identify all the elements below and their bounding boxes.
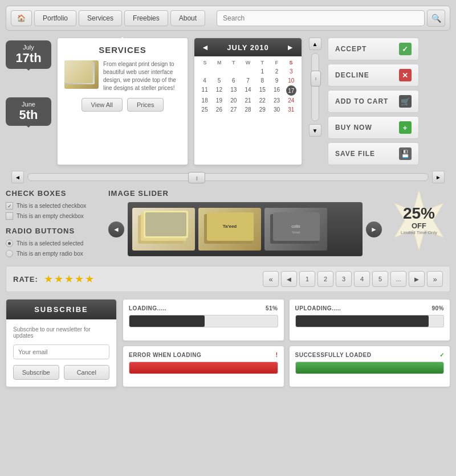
- cal-day-29[interactable]: 29: [255, 105, 269, 114]
- loading-bar-uploading: UPLOADING..... 90%: [289, 299, 451, 341]
- add-to-cart-button[interactable]: ADD TO CART 🛒: [328, 90, 419, 113]
- radio-1[interactable]: [6, 240, 13, 247]
- accept-label: ACCEPT: [335, 45, 367, 53]
- cal-day-9[interactable]: 9: [270, 76, 283, 85]
- cal-day-8[interactable]: 8: [255, 76, 269, 85]
- star-3[interactable]: ★: [64, 273, 74, 285]
- cancel-subscribe-button[interactable]: Cancel: [64, 365, 110, 380]
- svg-rect-3: [145, 212, 186, 236]
- vslider-down-button[interactable]: ▼: [309, 124, 321, 137]
- star-rating[interactable]: ★ ★ ★ ★ ★: [44, 273, 94, 285]
- slider-next-button[interactable]: ►: [366, 221, 382, 237]
- svg-text:Ta'eed: Ta'eed: [223, 224, 237, 229]
- cal-day-31[interactable]: 31: [284, 105, 298, 114]
- cal-day-18[interactable]: 18: [198, 96, 211, 105]
- nav-portfolio-button[interactable]: Portfolio: [34, 10, 76, 26]
- pagination: « ◄ 1 2 3 4 5 ... ► »: [263, 271, 443, 287]
- svg-text:collis: collis: [291, 224, 300, 228]
- nav-home-button[interactable]: 🏠: [11, 10, 32, 26]
- add-to-cart-label: ADD TO CART: [335, 97, 388, 105]
- cal-day-19[interactable]: 19: [212, 96, 226, 105]
- decline-button[interactable]: DECLINE ✕: [328, 64, 419, 87]
- nav-freebies-button[interactable]: Freebies: [124, 10, 168, 26]
- slider-image-3: collis Ta'eed: [264, 208, 327, 251]
- calendar-days: 1 2 3 4 5 6 7 8 9 10 11 12 13 14 15 16 1: [198, 67, 298, 114]
- cal-day-15[interactable]: 15: [255, 85, 269, 96]
- calendar-box: ◄ JULY 2010 ► S M T W T F S: [194, 38, 302, 165]
- cal-day-27[interactable]: 27: [227, 105, 241, 114]
- checkbox-1[interactable]: [6, 202, 13, 210]
- row1: July 17th June 5th SERVICES From elegant…: [6, 38, 450, 165]
- calendar-month-year: JULY 2010: [227, 43, 268, 52]
- loading-label-4: SUCCESSFULLY LOADED: [295, 352, 372, 358]
- vslider-thumb[interactable]: [311, 71, 321, 87]
- nav-services-button[interactable]: Services: [79, 10, 122, 26]
- search-button[interactable]: 🔍: [427, 10, 445, 27]
- search-input[interactable]: [217, 10, 425, 26]
- page-1-button[interactable]: 1: [299, 271, 315, 287]
- cal-day-3[interactable]: 3: [284, 67, 298, 76]
- cal-day-6[interactable]: 6: [227, 76, 241, 85]
- cal-day-empty4: [241, 67, 255, 76]
- cal-day-22[interactable]: 22: [255, 96, 269, 105]
- cal-day-16[interactable]: 16: [270, 85, 283, 96]
- star-1[interactable]: ★: [44, 273, 53, 285]
- cal-day-24[interactable]: 24: [284, 96, 298, 105]
- page-2-button[interactable]: 2: [317, 271, 333, 287]
- cal-day-20[interactable]: 20: [227, 96, 241, 105]
- accept-button[interactable]: ACCEPT ✓: [328, 38, 419, 60]
- cal-day-7[interactable]: 7: [241, 76, 255, 85]
- cal-day-1[interactable]: 1: [255, 67, 269, 76]
- page-next-button[interactable]: ►: [409, 271, 425, 287]
- page-prev-button[interactable]: ◄: [281, 271, 297, 287]
- star-2[interactable]: ★: [54, 273, 63, 285]
- page-last-button[interactable]: »: [427, 271, 443, 287]
- cal-day-30[interactable]: 30: [270, 105, 283, 114]
- radio-2[interactable]: [6, 250, 13, 257]
- cal-day-14[interactable]: 14: [241, 85, 255, 96]
- page-4-button[interactable]: 4: [354, 271, 370, 287]
- hslider-thumb[interactable]: [188, 172, 205, 183]
- checkbox-item-2: This is an empty checkbox: [6, 212, 103, 220]
- page-5-button[interactable]: 5: [372, 271, 388, 287]
- save-file-button[interactable]: SAVE FILE 💾: [328, 142, 419, 165]
- star-4[interactable]: ★: [75, 273, 84, 285]
- buy-now-button[interactable]: BUY NOW +: [328, 116, 419, 139]
- calendar-grid: S M T W T F S 1 2 3 4 5: [194, 56, 302, 117]
- nav-about-button[interactable]: About: [170, 10, 205, 26]
- cal-day-21[interactable]: 21: [241, 96, 255, 105]
- cal-day-26[interactable]: 26: [212, 105, 226, 114]
- svg-text:Ta'eed: Ta'eed: [292, 231, 300, 234]
- view-all-button[interactable]: View All: [82, 98, 123, 112]
- cal-day-11[interactable]: 11: [198, 85, 211, 96]
- cal-day-12[interactable]: 12: [212, 85, 226, 96]
- calendar-prev-button[interactable]: ◄: [201, 43, 210, 52]
- cal-day-25[interactable]: 25: [198, 105, 211, 114]
- cal-day-4[interactable]: 4: [198, 76, 211, 85]
- subscribe-email-input[interactable]: [13, 344, 109, 359]
- cal-day-23[interactable]: 23: [270, 96, 283, 105]
- page-ellipsis: ...: [390, 271, 406, 287]
- hslider-right-button[interactable]: ►: [432, 171, 445, 183]
- loading-section: LOADING..... 51% UPLOADING..... 90%: [123, 299, 450, 387]
- vslider-up-button[interactable]: ▲: [309, 38, 321, 50]
- cal-day-2[interactable]: 2: [270, 67, 283, 76]
- subscribe-box: SUBSCRIBE Subscribe to our newsletter fo…: [6, 299, 117, 387]
- prices-button[interactable]: Prices: [127, 98, 164, 112]
- page-first-button[interactable]: «: [263, 271, 279, 287]
- hslider-left-button[interactable]: ◄: [11, 171, 24, 183]
- cal-day-5[interactable]: 5: [212, 76, 226, 85]
- cal-day-28[interactable]: 28: [241, 105, 255, 114]
- image-slider-section: IMAGE SLIDER ◄: [108, 189, 382, 260]
- calendar-next-button[interactable]: ►: [286, 43, 295, 52]
- row2: CHECK BOXES This is a selected checkbox …: [6, 189, 450, 260]
- cal-day-17[interactable]: 17: [286, 85, 296, 96]
- checkbox-2[interactable]: [6, 212, 13, 220]
- cal-day-13[interactable]: 13: [227, 85, 241, 96]
- slider-prev-button[interactable]: ◄: [108, 221, 124, 237]
- page-3-button[interactable]: 3: [336, 271, 352, 287]
- horizontal-slider-row: ◄ ►: [6, 171, 450, 183]
- cal-day-10[interactable]: 10: [284, 76, 298, 85]
- subscribe-button[interactable]: Subscribe: [13, 365, 59, 380]
- star-5[interactable]: ★: [85, 273, 94, 285]
